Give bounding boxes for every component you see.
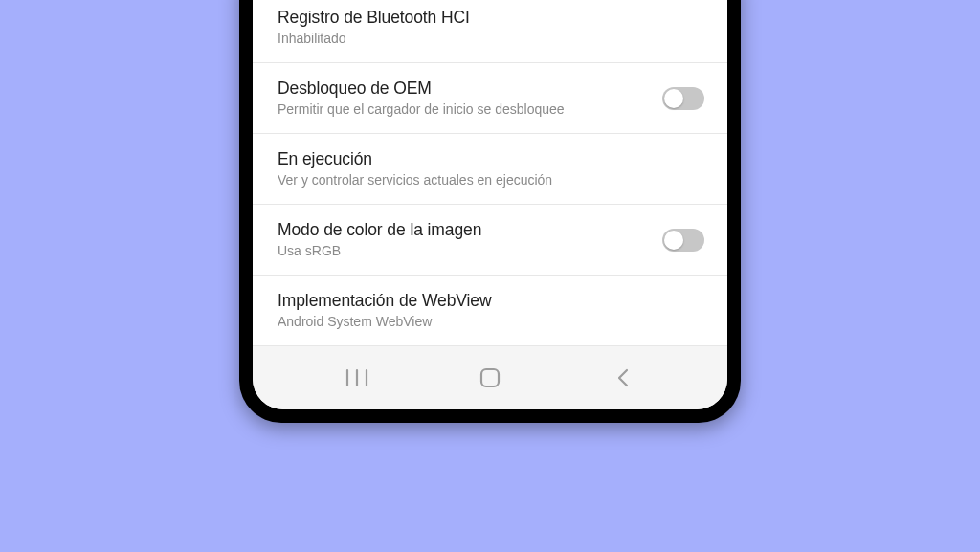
setting-bluetooth-hci[interactable]: Registro de Bluetooth HCI Inhabilitado [253,0,727,63]
setting-text: Desbloqueo de OEM Permitir que el cargad… [278,78,662,119]
setting-title: Registro de Bluetooth HCI [278,8,693,28]
setting-subtitle: Android System WebView [278,314,693,331]
back-icon [614,367,632,388]
svg-rect-3 [481,369,499,386]
setting-text: En ejecución Ver y controlar servicios a… [278,149,704,189]
phone-screen: Registro de Bluetooth HCI Inhabilitado D… [253,0,727,409]
setting-color-mode[interactable]: Modo de color de la imagen Usa sRGB [253,205,727,276]
toggle-knob [664,89,683,108]
setting-subtitle: Ver y controlar servicios actuales en ej… [278,172,693,189]
setting-oem-unlock[interactable]: Desbloqueo de OEM Permitir que el cargad… [253,63,727,134]
setting-webview[interactable]: Implementación de WebView Android System… [253,276,727,346]
recents-icon [345,368,369,387]
back-button[interactable] [585,359,661,397]
home-button[interactable] [452,359,528,397]
setting-subtitle: Permitir que el cargador de inicio se de… [278,101,651,119]
setting-title: Implementación de WebView [278,291,693,311]
settings-list: Registro de Bluetooth HCI Inhabilitado D… [253,0,727,346]
setting-subtitle: Usa sRGB [278,243,651,260]
toggle-knob [664,231,683,250]
setting-text: Registro de Bluetooth HCI Inhabilitado [278,8,704,48]
home-icon [479,367,501,388]
setting-text: Modo de color de la imagen Usa sRGB [278,220,662,260]
color-mode-toggle[interactable] [662,229,704,252]
setting-title: En ejecución [278,149,693,169]
setting-text: Implementación de WebView Android System… [278,291,704,331]
setting-subtitle: Inhabilitado [278,31,693,48]
setting-running-services[interactable]: En ejecución Ver y controlar servicios a… [253,134,727,205]
setting-title: Desbloqueo de OEM [278,78,651,99]
oem-unlock-toggle[interactable] [662,87,704,110]
setting-title: Modo de color de la imagen [278,220,651,240]
recents-button[interactable] [319,359,395,397]
nav-bar [253,346,727,409]
phone-frame: Registro de Bluetooth HCI Inhabilitado D… [239,0,741,423]
